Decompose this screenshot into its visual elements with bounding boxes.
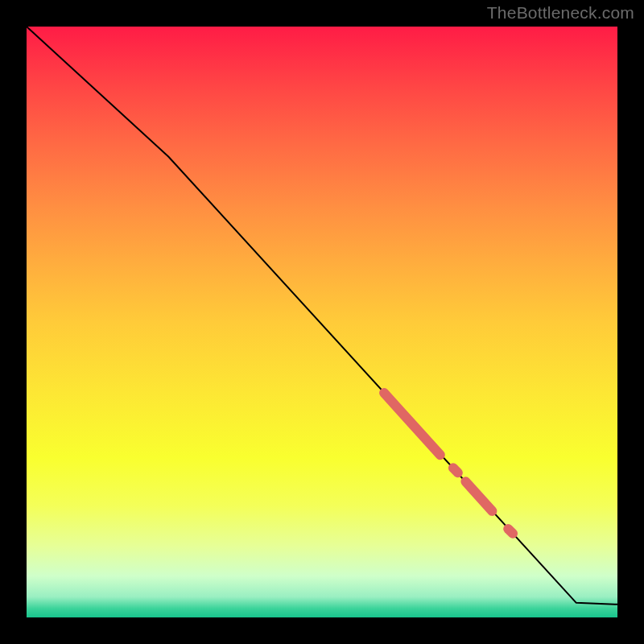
- chart-overlay: [0, 0, 644, 644]
- highlight-segment-b: [465, 481, 492, 511]
- highlight-segment-a: [384, 393, 440, 455]
- watermark-text: TheBottleneck.com: [487, 3, 634, 23]
- main-curve: [27, 27, 617, 605]
- highlight-dot-a: [453, 468, 458, 473]
- highlight-dot-b: [508, 529, 513, 534]
